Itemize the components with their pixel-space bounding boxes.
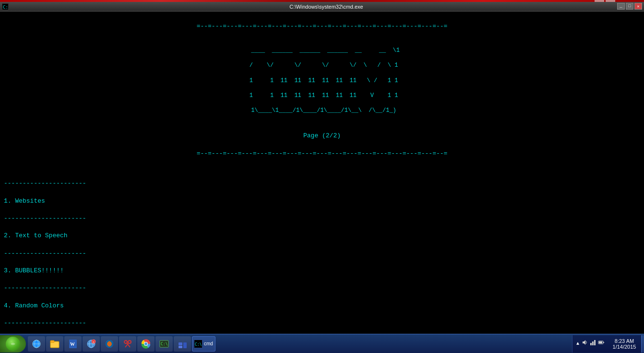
window-controls: _ □ ✕ [617,3,642,10]
svg-text:C:\: C:\ [161,342,168,346]
window-title: C:\Windows\system32\cmd.exe [11,4,642,10]
cmd-window: =--=---=---=---=---=---=---=---=---=---=… [0,12,644,336]
network-tray-icon[interactable] [590,339,596,348]
clock-area[interactable]: 8:23 AM 1/14/2015 [608,335,641,353]
svg-text:C:: C: [3,5,8,10]
svg-rect-32 [592,341,594,345]
network-taskbar-icon[interactable]: ✕ [83,336,100,352]
svg-marker-30 [583,340,585,345]
taskbar-items: W ✕ [28,336,572,352]
svg-rect-7 [50,341,54,342]
separator-bottom: =--=---=---=---=---=---=---=---=---=---=… [4,149,640,158]
close-button[interactable]: ✕ [634,3,642,10]
cmd-active-taskbar-item[interactable]: C:\ cmd [192,336,215,352]
svg-point-22 [144,342,147,345]
svg-rect-27 [183,342,187,348]
svg-rect-35 [603,342,604,343]
menu-item-3[interactable]: 3. BUBBLES!!!!!! [4,267,640,275]
menu-item-4[interactable]: 4. Random Colors [4,302,640,310]
taskbar: W ✕ [0,334,644,353]
minimize-button[interactable]: _ [617,3,625,10]
svg-rect-36 [599,341,602,343]
show-hidden-icons[interactable]: ▲ [575,340,580,347]
word-taskbar-icon[interactable]: W [64,336,82,352]
svg-text:✕: ✕ [93,341,95,344]
network2-taskbar-icon[interactable] [174,336,191,352]
show-desktop-button[interactable] [641,335,644,353]
menu-divider-4: ---------------------- [4,319,640,328]
cmd-content: =--=---=---=---=---=---=---=---=---=---=… [0,12,644,336]
volume-icon[interactable] [582,339,588,348]
tool-taskbar-icon[interactable] [119,336,136,352]
svg-rect-31 [590,343,592,345]
menu-item-1[interactable]: 1. Websites [4,197,640,206]
clock-date: 1/14/2015 [613,344,636,350]
clock-time: 8:23 AM [615,338,634,344]
menu-item-2[interactable]: 2. Text to Speech [4,231,640,240]
page-label: Page (2/2) [4,132,640,140]
system-tray: ▲ [572,335,608,353]
power-tray-icon[interactable] [598,339,605,348]
ascii-art: ____ ______ ______ ______ __ __ \1 / \/ … [4,40,640,122]
menu-divider-1: ---------------------- [4,214,640,223]
menu-divider-2: ---------------------- [4,249,640,258]
separator-top: =--=---=---=---=---=---=---=---=---=---=… [4,22,640,31]
start-orb [6,337,20,351]
chrome-taskbar-icon[interactable] [137,336,155,352]
cmd-window-icon: C: [2,3,9,10]
maximize-button[interactable]: □ [626,3,633,10]
svg-text:C:\: C:\ [195,342,202,347]
menu-divider-3: ---------------------- [4,284,640,292]
menu-divider-0: ---------------------- [4,179,640,188]
green-terminal-taskbar-icon[interactable]: C:\ [155,336,173,352]
svg-rect-33 [594,340,596,345]
svg-text:W: W [70,341,75,347]
title-bar: C: C:\Windows\system32\cmd.exe _ □ ✕ [0,2,644,12]
start-button[interactable] [0,335,26,353]
ie-taskbar-icon[interactable] [28,336,45,352]
firefox-taskbar-icon[interactable] [101,336,118,352]
svg-rect-26 [179,346,182,348]
svg-rect-25 [179,342,182,345]
explorer-taskbar-icon[interactable] [46,336,63,352]
